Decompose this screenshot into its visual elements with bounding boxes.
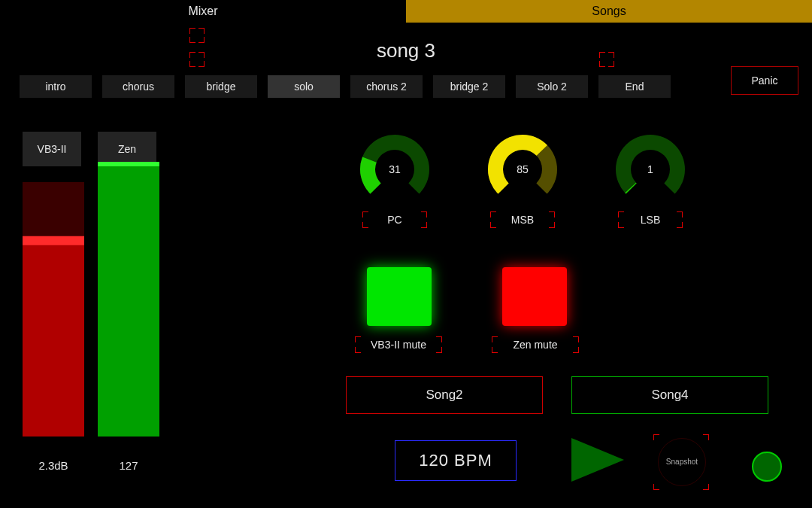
knob-lsb[interactable]: 1 (605, 128, 695, 211)
snapshot-button[interactable]: Snapshot (658, 438, 706, 486)
tab-songs[interactable]: Songs (406, 0, 812, 23)
section-button-bridge[interactable]: bridge (185, 75, 257, 98)
section-button-solo-2[interactable]: Solo 2 (516, 75, 588, 98)
knob-msb-group: 85 MSB (459, 128, 586, 226)
section-button-end[interactable]: End (598, 75, 671, 98)
mute-zen-pad[interactable] (502, 267, 567, 326)
svg-rect-2 (23, 236, 84, 245)
knob-lsb-label: LSB (586, 214, 714, 226)
mute-zen-label: Zen mute (475, 339, 595, 351)
song-title: song 3 (0, 39, 812, 62)
svg-rect-1 (23, 241, 84, 437)
tab-mixer[interactable]: Mixer (0, 0, 406, 23)
section-button-solo[interactable]: solo (268, 75, 340, 98)
svg-text:31: 31 (389, 163, 401, 175)
svg-text:1: 1 (647, 163, 653, 175)
section-button-intro[interactable]: intro (20, 75, 92, 98)
bpm-display[interactable]: 120 BPM (395, 440, 517, 481)
meter-zen[interactable] (98, 162, 159, 437)
channel-vb3ii-button[interactable]: VB3-II (23, 132, 81, 166)
section-button-bridge-2[interactable]: bridge 2 (433, 75, 505, 98)
svg-marker-9 (571, 438, 624, 482)
knob-lsb-group: 1 LSB (586, 128, 714, 226)
knob-pc-group: 31 PC (331, 128, 459, 226)
section-button-chorus[interactable]: chorus (102, 75, 174, 98)
song-next-button[interactable]: Song4 (571, 376, 768, 414)
meter-zen-value: 127 (95, 459, 162, 472)
knob-pc-label: PC (331, 214, 459, 226)
meter-vb3ii[interactable] (23, 182, 84, 437)
svg-rect-4 (98, 162, 159, 437)
knob-pc[interactable]: 31 (350, 128, 440, 211)
play-button[interactable] (571, 438, 624, 482)
section-button-chorus-2[interactable]: chorus 2 (350, 75, 423, 98)
song-prev-button[interactable]: Song2 (346, 376, 543, 414)
mute-vb3ii-label: VB3-II mute (338, 339, 459, 351)
svg-rect-5 (98, 162, 159, 166)
meter-vb3ii-value: 2.3dB (20, 459, 87, 472)
panic-button[interactable]: Panic (731, 66, 798, 95)
knob-msb-label: MSB (459, 214, 586, 226)
svg-text:85: 85 (517, 163, 529, 175)
status-led[interactable] (752, 452, 782, 482)
knob-msb[interactable]: 85 (477, 128, 568, 211)
mute-vb3ii-pad[interactable] (367, 267, 432, 326)
